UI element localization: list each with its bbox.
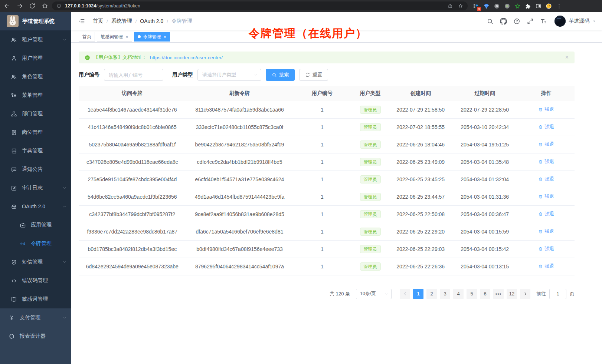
force-logout-link[interactable]: 强退 <box>538 176 554 182</box>
force-logout-link[interactable]: 强退 <box>538 158 554 165</box>
user-type-badge: 管理员 <box>360 193 381 201</box>
help-icon[interactable] <box>513 18 520 25</box>
breadcrumb-item[interactable]: 首页 <box>93 18 103 24</box>
created-at-cell: 2022-06-25 22:26:36 <box>390 258 452 275</box>
post-badge-icon <box>10 129 17 136</box>
split-view-icon[interactable] <box>535 3 542 9</box>
prev-page-button[interactable] <box>400 289 410 299</box>
fullscreen-icon[interactable] <box>527 18 534 25</box>
sidebar-item-dict[interactable]: 字典管理 <box>0 142 71 160</box>
sidebar-item-notice[interactable]: 通知公告 <box>0 160 71 179</box>
bookmark-star-icon[interactable] <box>458 3 463 9</box>
sidebar-item-oauth2[interactable]: OAuth 2.0 <box>0 197 71 216</box>
blocks-extension-icon[interactable]: 9 <box>473 3 479 9</box>
sidebar-item-error-code[interactable]: 错误码管理 <box>0 271 71 290</box>
page-1-button[interactable]: 1 <box>413 289 423 299</box>
page-12-button[interactable]: 12 <box>507 289 517 299</box>
sidebar-item-pay[interactable]: 支付管理 <box>0 308 71 327</box>
breadcrumb-item[interactable]: 令牌管理 <box>171 18 192 24</box>
info-icon[interactable] <box>56 3 62 9</box>
expires-at-cell: 2054-03-04 00:13:15 <box>452 258 518 275</box>
user-id-input[interactable] <box>104 69 163 81</box>
force-logout-link[interactable]: 强退 <box>538 211 554 217</box>
force-logout-link[interactable]: 强退 <box>538 106 554 113</box>
sidebar-item-dept[interactable]: 部门管理 <box>0 105 71 123</box>
notice-message-icon <box>10 166 17 173</box>
next-page-button[interactable] <box>520 289 530 299</box>
search-icon[interactable] <box>487 18 494 25</box>
refresh-token-cell: cdfc4ce9c2da4bb1bdf21b9918ff4be5 <box>186 153 294 171</box>
menu-dots-icon[interactable] <box>556 3 562 9</box>
breadcrumb-item[interactable]: 系统管理 <box>111 18 132 24</box>
force-logout-link[interactable]: 强退 <box>538 228 554 235</box>
expires-at-cell: 2054-03-04 01:32:04 <box>452 171 518 188</box>
force-logout-link[interactable]: 强退 <box>538 141 554 148</box>
url-bar[interactable]: 127.0.0.1:1024/system/oauth2/token <box>52 1 468 10</box>
user-type-badge: 管理员 <box>360 158 381 166</box>
forward-icon[interactable] <box>16 3 23 9</box>
font-size-icon[interactable] <box>540 18 547 25</box>
page-3-button[interactable]: 3 <box>440 289 450 299</box>
sidebar-item-audit-log[interactable]: 审计日志 <box>0 179 71 197</box>
user-type-cell: 管理员 <box>351 188 389 205</box>
sidebar-item-sms[interactable]: 短信管理 <box>0 253 71 271</box>
home-icon[interactable] <box>42 3 48 9</box>
tab-sensitive-word[interactable]: 敏感词管理× <box>97 32 132 42</box>
user-type-select[interactable]: 请选择用户类型 <box>197 69 261 81</box>
page-6-button[interactable]: 6 <box>480 289 490 299</box>
back-icon[interactable] <box>4 3 10 9</box>
access-token-cell: 275e5de9151045fe87cbdc395e004f4d <box>79 171 186 188</box>
search-button[interactable]: 搜索 <box>266 69 295 81</box>
actions-cell: 强退 <box>518 136 575 153</box>
page-size-select[interactable]: 10条/页 <box>356 289 392 299</box>
sidebar-item-role[interactable]: 角色管理 <box>0 67 71 86</box>
sidebar-item-menu[interactable]: 菜单管理 <box>0 86 71 105</box>
tab-home[interactable]: 首页 <box>79 32 95 42</box>
gem-extension-icon[interactable] <box>483 3 490 9</box>
profile-avatar-icon[interactable] <box>546 3 552 9</box>
active-tab-dot <box>138 35 141 38</box>
token-row: 6d842e2924594de9a09e45e087323abe8796295f… <box>79 258 575 275</box>
breadcrumb-item[interactable]: OAuth 2.0 <box>140 18 163 24</box>
tab-oauth2-token[interactable]: 令牌管理× <box>134 32 170 42</box>
force-logout-link[interactable]: 强退 <box>538 263 554 269</box>
sidebar-item-oauth2-token[interactable]: 令牌管理 <box>0 234 71 253</box>
pagination: 共 120 条 10条/页 123456•••12 前往 页 <box>79 289 575 308</box>
page-4-button[interactable]: 4 <box>453 289 464 299</box>
user-menu[interactable]: 芋道源码 <box>554 16 596 27</box>
user-type-cell: 管理员 <box>351 223 389 240</box>
goto-page: 前往 页 <box>536 289 575 299</box>
page-5-button[interactable]: 5 <box>467 289 477 299</box>
force-logout-link[interactable]: 强退 <box>538 193 554 200</box>
force-logout-link[interactable]: 强退 <box>538 245 554 252</box>
token-row: c347026e805e4d99b0d116eae66eda8ccdfc4ce9… <box>79 153 575 171</box>
sidebar-collapse-icon[interactable] <box>78 17 85 25</box>
doc-link[interactable]: https://doc.iocoder.cn/user-center/ <box>150 55 223 60</box>
github-icon[interactable] <box>500 18 507 25</box>
pager-ellipsis[interactable]: ••• <box>493 289 504 299</box>
puzzle-extensions-icon[interactable] <box>525 3 531 9</box>
goto-label: 前往 <box>536 291 546 297</box>
sidebar-item-user[interactable]: 用户管理 <box>0 49 71 67</box>
record-extension-icon[interactable] <box>504 3 510 9</box>
sidebar-item-sensitive-word[interactable]: 敏感词管理 <box>0 290 71 308</box>
sidebar-item-tenant[interactable]: 租户管理 <box>0 30 71 49</box>
logo[interactable]: 芋道管理系统 <box>0 12 71 30</box>
tab-close-icon[interactable]: × <box>164 34 167 39</box>
sidebar-item-report-designer[interactable]: 报表设计器 <box>0 327 71 345</box>
alert-close-icon[interactable]: × <box>565 54 569 60</box>
force-logout-link[interactable]: 强退 <box>538 123 554 130</box>
url-text: 127.0.0.1:1024/system/oauth2/token <box>65 3 444 9</box>
reset-button[interactable]: 重置 <box>299 69 328 81</box>
column-header: 刷新令牌 <box>186 86 294 101</box>
sidebar-item-oauth2-app[interactable]: 应用管理 <box>0 216 71 234</box>
page-2-button[interactable]: 2 <box>426 289 437 299</box>
column-header: 用户类型 <box>351 86 389 101</box>
goto-page-input[interactable] <box>549 289 566 299</box>
star-extension-icon[interactable] <box>514 3 521 9</box>
share-icon[interactable] <box>448 3 453 9</box>
tab-close-icon[interactable]: × <box>125 34 128 39</box>
dial-extension-icon[interactable] <box>494 3 500 9</box>
reload-icon[interactable] <box>29 3 36 9</box>
sidebar-item-post[interactable]: 岗位管理 <box>0 123 71 142</box>
